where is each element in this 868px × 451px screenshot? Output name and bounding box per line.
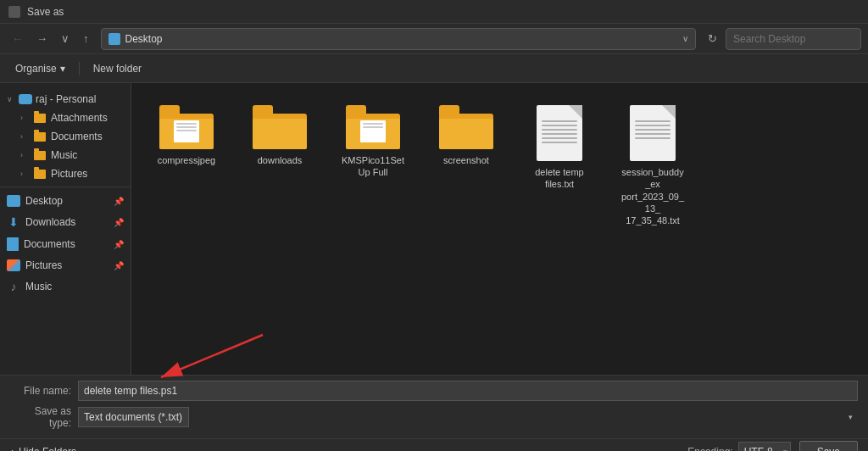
sidebar-item-pictures-quick[interactable]: Pictures 📌 bbox=[0, 255, 131, 276]
quick-access-label: Pictures bbox=[25, 259, 62, 271]
pin-icon: 📌 bbox=[114, 261, 124, 270]
new-folder-button[interactable]: New folder bbox=[86, 59, 148, 78]
organise-button[interactable]: Organise ▾ bbox=[8, 59, 72, 78]
status-right-section: Encoding: UTF-8 ▾ Save bbox=[687, 441, 858, 452]
bottom-section: File name: Save as type: Text documents … bbox=[0, 375, 868, 438]
folder-icon-large bbox=[253, 105, 307, 149]
folder-icon bbox=[34, 114, 46, 123]
address-dropdown-button[interactable]: ∨ bbox=[682, 34, 688, 43]
encoding-select[interactable]: UTF-8 bbox=[738, 442, 791, 452]
sidebar-item-label: Pictures bbox=[51, 168, 87, 180]
file-name: screenshot bbox=[443, 154, 489, 166]
new-folder-label: New folder bbox=[93, 63, 142, 75]
organise-label: Organise bbox=[15, 63, 57, 75]
document-icon-large bbox=[537, 105, 582, 161]
music-icon: ♪ bbox=[7, 280, 20, 293]
folder-icon-large bbox=[159, 105, 214, 149]
chevron-right-icon: › bbox=[20, 170, 29, 178]
pin-icon: 📌 bbox=[114, 218, 124, 227]
hide-folders-button[interactable]: ‹ Hide Folders bbox=[10, 446, 76, 452]
file-name: KMSPico11SetUp Full bbox=[340, 154, 406, 179]
address-folder-icon bbox=[108, 33, 120, 45]
sidebar-item-downloads[interactable]: ⬇ Downloads 📌 bbox=[0, 211, 131, 233]
file-item-kmspico[interactable]: KMSPico11SetUp Full bbox=[335, 100, 411, 231]
document-icon-large bbox=[630, 105, 676, 161]
main-content: ∨ raj - Personal › Attachments › Documen… bbox=[0, 83, 868, 375]
file-name: downloads bbox=[258, 154, 303, 166]
sidebar-group-header[interactable]: ∨ raj - Personal bbox=[0, 90, 131, 109]
encoding-section: Encoding: UTF-8 ▾ bbox=[687, 442, 790, 452]
refresh-button[interactable]: ↻ bbox=[703, 29, 722, 48]
save-button[interactable]: Save bbox=[799, 441, 858, 452]
folder-icon-large bbox=[346, 105, 400, 149]
file-item-downloads[interactable]: downloads bbox=[242, 100, 318, 231]
forward-button[interactable]: → bbox=[31, 29, 53, 48]
file-name: compressjpeg bbox=[158, 154, 215, 166]
sidebar-item-attachments[interactable]: › Attachments bbox=[0, 109, 131, 127]
sidebar-item-label: Documents bbox=[51, 131, 103, 142]
quick-access-label: Desktop bbox=[25, 195, 63, 207]
save-as-type-select[interactable]: Text documents (*.txt) bbox=[78, 407, 189, 427]
folder-icon bbox=[34, 132, 46, 142]
save-as-type-select-wrap: Text documents (*.txt) ▾ bbox=[78, 407, 858, 427]
desktop-icon bbox=[7, 195, 20, 207]
save-icon bbox=[8, 6, 20, 18]
file-area: compressjpeg downloads bbox=[131, 83, 868, 375]
chevron-left-icon: ‹ bbox=[10, 446, 14, 452]
file-item-session-buddy[interactable]: session_buddy_ex port_2023_09_13_ 17_35_… bbox=[615, 100, 691, 231]
sidebar-item-music-quick[interactable]: ♪ Music bbox=[0, 276, 131, 298]
download-icon: ⬇ bbox=[7, 215, 20, 229]
save-as-type-label: Save as type: bbox=[10, 405, 78, 429]
sidebar-item-label: Music bbox=[51, 149, 77, 161]
folder-icon-large bbox=[439, 105, 493, 149]
file-item-screenshot[interactable]: screenshot bbox=[428, 100, 504, 231]
quick-access-label: Music bbox=[25, 281, 52, 292]
sidebar-item-label: Attachments bbox=[51, 112, 108, 124]
pin-icon: 📌 bbox=[114, 240, 124, 249]
organise-chevron-icon: ▾ bbox=[60, 63, 65, 75]
title-bar: Save as bbox=[0, 0, 868, 24]
address-bar[interactable]: Desktop ∨ bbox=[101, 28, 697, 50]
nav-bar: ← → ∨ ↑ Desktop ∨ ↻ bbox=[0, 24, 868, 54]
chevron-down-icon: ▾ bbox=[849, 413, 853, 421]
file-name: delete temp files.txt bbox=[526, 166, 593, 191]
search-input[interactable] bbox=[726, 28, 861, 50]
quick-access-label: Downloads bbox=[25, 216, 75, 228]
chevron-down-icon: ∨ bbox=[7, 95, 15, 103]
status-bar: ‹ Hide Folders Encoding: UTF-8 ▾ Save bbox=[0, 438, 868, 451]
hide-folders-label: Hide Folders bbox=[19, 446, 76, 452]
sidebar-item-desktop[interactable]: Desktop 📌 bbox=[0, 191, 131, 211]
sidebar-item-music[interactable]: › Music bbox=[0, 146, 131, 164]
recent-locations-button[interactable]: ∨ bbox=[56, 29, 75, 48]
pin-icon: 📌 bbox=[114, 197, 124, 206]
file-name-input[interactable] bbox=[78, 381, 858, 401]
up-button[interactable]: ↑ bbox=[78, 29, 94, 48]
file-name: session_buddy_ex port_2023_09_13_ 17_35_… bbox=[620, 166, 686, 226]
folder-icon bbox=[34, 170, 46, 179]
encoding-label: Encoding: bbox=[687, 446, 732, 452]
file-name-row: File name: bbox=[10, 381, 858, 401]
pictures-icon bbox=[7, 259, 20, 271]
toolbar-divider bbox=[79, 62, 80, 75]
encoding-select-wrap: UTF-8 ▾ bbox=[738, 442, 791, 452]
sidebar-group-label: raj - Personal bbox=[36, 93, 96, 105]
save-as-type-row: Save as type: Text documents (*.txt) ▾ bbox=[10, 405, 858, 429]
chevron-right-icon: › bbox=[20, 151, 29, 159]
sidebar-divider bbox=[0, 187, 131, 187]
chevron-right-icon: › bbox=[20, 132, 29, 141]
address-text: Desktop bbox=[125, 33, 678, 45]
file-item-delete-temp[interactable]: delete temp files.txt bbox=[521, 100, 598, 231]
file-name-label: File name: bbox=[10, 385, 78, 397]
sidebar-item-documents[interactable]: › Documents bbox=[0, 127, 131, 146]
sidebar: ∨ raj - Personal › Attachments › Documen… bbox=[0, 83, 131, 375]
cloud-icon bbox=[19, 94, 32, 104]
file-item-compressjpeg[interactable]: compressjpeg bbox=[148, 100, 225, 231]
sidebar-item-documents-quick[interactable]: Documents 📌 bbox=[0, 233, 131, 255]
sidebar-item-pictures[interactable]: › Pictures bbox=[0, 164, 131, 183]
dialog-title: Save as bbox=[27, 6, 64, 18]
document-icon bbox=[7, 237, 19, 251]
back-button[interactable]: ← bbox=[7, 29, 28, 48]
folder-icon bbox=[34, 151, 46, 160]
toolbar: Organise ▾ New folder bbox=[0, 54, 868, 83]
chevron-right-icon: › bbox=[20, 114, 29, 122]
